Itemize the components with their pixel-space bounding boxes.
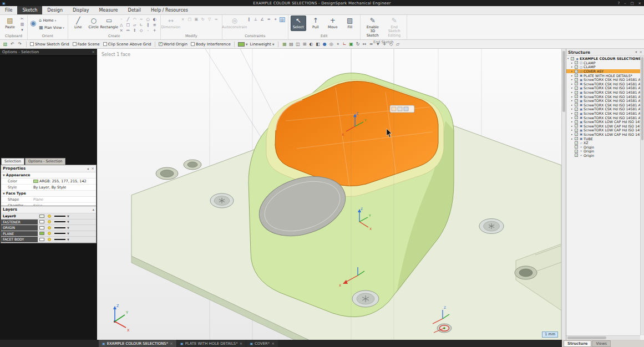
tree-visibility-checkbox[interactable]: ✓ [575,137,578,140]
modify-tool-icon[interactable]: □ [187,17,192,22]
sketch-tool-icon[interactable]: ◐ [152,17,158,22]
document-tab[interactable]: ▣ COVER* × [246,340,278,347]
layer-color-dropdown[interactable]: ▼ [238,42,248,47]
modify-tool-icon[interactable]: ↻ [200,17,206,22]
layer-linestyle-preview[interactable] [54,239,65,240]
panel-tab[interactable]: Structure [564,340,591,347]
sketch-tool-icon[interactable]: ↔ [125,28,131,33]
structure-tree-item[interactable]: ✓ ⌖ Origin [566,149,644,154]
toolbar-icon[interactable]: ▧ [2,42,8,47]
sketch-tool-icon[interactable]: + [152,28,158,33]
tree-visibility-checkbox[interactable]: ✓ [571,57,574,60]
torx-screw[interactable] [352,290,379,307]
ribbon-tab[interactable]: Help / Resources [146,6,193,14]
toolbar-icon[interactable]: ▤ [288,42,295,47]
structure-tree-item[interactable]: ▸ ✓ ◫ CLAMP [566,65,644,69]
toolbar-icon[interactable]: + [382,42,388,47]
sketch-tool-icon[interactable]: ▱ [132,23,138,28]
edit-tool-button[interactable]: ↖ Select [291,16,306,31]
panel-tab[interactable]: Views [592,340,611,347]
close-tab-icon[interactable]: × [170,341,173,346]
tree-visibility-checkbox[interactable]: ✓ [575,65,578,69]
toolbar-checkbox-option[interactable]: Clip Scene Above Grid [103,42,151,47]
chevron-down-icon[interactable]: ▼ [67,226,69,229]
sketch-tool-icon[interactable]: ∥ [145,23,151,28]
sketch-tool-icon[interactable]: ~ [139,17,144,22]
structure-tree-item[interactable]: ▸ ✓ ▣ ScrewTORX CSK Hd ISO 14581 A2 M2 5 [566,111,644,116]
toolbar-display-option[interactable]: Body Interference [191,42,231,47]
layer-row[interactable]: ORIGIN ▼ [1,225,96,231]
collapse-panel-icon[interactable]: ▴ [93,207,94,212]
layer-visibility-bulb-icon[interactable] [48,220,51,223]
properties-group-face-type[interactable]: ▼ Face Type [1,191,96,197]
3d-viewport[interactable]: Z Y X Z Y X X [97,49,561,340]
tree-visibility-checkbox[interactable]: ✓ [575,132,578,136]
clipboard-tool-icon[interactable]: ▾ [19,28,25,33]
constraint-tool-icon[interactable]: ∥ [246,17,252,22]
sketch-tool-icon[interactable]: ╱ [125,17,131,22]
toolbar-icon[interactable]: ⊞ [302,42,308,47]
close-tab-icon[interactable]: × [240,341,243,346]
clipboard-tool-icon[interactable]: ✂ [19,17,25,22]
toolbar-icon[interactable]: ↔ [362,42,368,47]
toolbar-icon[interactable]: ◐ [308,42,315,47]
layer-visibility-bulb-icon[interactable] [48,238,51,241]
structure-scrollbar-horizontal[interactable] [566,335,640,340]
sketch-tool-icon[interactable]: ○ [145,17,151,22]
dimension-button[interactable]: ↔ Dimension [163,16,179,31]
sketch-create-button[interactable]: ▭ Rectangle [102,16,117,31]
toolbar-icon[interactable]: ◧ [315,42,321,47]
orient-view-button[interactable]: ⌂ Home ▾ [38,17,65,23]
toolbar-checkbox-option[interactable]: Show Sketch Grid [30,42,69,47]
ribbon-tab[interactable]: Detail [123,6,146,14]
sketch-tool-icon[interactable]: ≡ [152,23,158,28]
tree-visibility-checkbox[interactable]: ✓ [575,124,578,127]
checkbox[interactable] [30,42,34,46]
constraint-tool-icon[interactable]: ◎ [280,17,285,22]
document-tab[interactable]: ▣ PLATE WITH HOLE DETAILS* × [177,340,246,347]
constraint-tool-icon[interactable]: ∠ [260,17,265,22]
constraint-tool-icon[interactable]: = [266,17,272,22]
minimize-button[interactable]: – [624,1,626,6]
toolbar-icon[interactable]: ▱ [395,42,401,47]
sketch-tool-icon[interactable]: △ [119,23,124,28]
constraint-tool-icon[interactable]: ⌖ [273,17,278,22]
structure-tree-item[interactable]: ▸ ✓ ▣ ScrewTORX LOW CAP Hd ISO 14580 M3 [566,120,644,124]
edit-tool-button[interactable]: ↑ Pull [308,16,323,31]
toolbar-icon[interactable]: ≡ [368,42,374,47]
structure-tree-item[interactable]: ▸ ✓ ▣ ScrewTORX LOW CAP Hd ISO 14580 M3 [566,128,644,132]
structure-tree-item[interactable]: ✓ ▱ XZ [566,141,644,145]
tree-visibility-checkbox[interactable]: ✓ [575,99,578,103]
sketch-tool-icon[interactable]: × [119,28,124,33]
edit-tool-button[interactable]: + Move [325,16,341,31]
end-sketch-button[interactable]: ✎ End Sketch Editing [384,16,404,39]
toolbar-icon[interactable]: ◫ [295,42,301,47]
layer-color-swatch[interactable] [39,220,44,223]
orient-view-button[interactable]: ▦ Plan View ▾ [38,24,65,30]
modify-tool-icon[interactable]: ≈ [214,17,219,22]
autoconstrain-button[interactable]: ◎ Autoconstrain [225,16,245,31]
checkbox[interactable] [73,42,77,46]
torx-screw[interactable] [210,193,234,208]
tree-visibility-checkbox[interactable]: ✓ [575,82,578,85]
layer-row[interactable]: FACET BODY ▼ [1,237,96,243]
layer-row[interactable]: FASTENER ▼ [1,220,96,226]
end-sketch-button[interactable]: ✎ Enable 3D Sketch [363,16,383,39]
layer-row[interactable]: PLANE ▼ [1,231,96,237]
property-row-color[interactable]: Color ARGB: 255, 177, 215, 142 [1,178,96,185]
sketch-tool-icon[interactable]: ↕ [132,28,138,33]
sketch-create-button[interactable]: ╱ Line [70,16,86,31]
layer-linestyle-preview[interactable] [54,227,65,228]
sketch-tool-icon[interactable]: ◠ [132,17,138,22]
panel-header-icon[interactable]: ▾ [635,50,637,54]
toolbar-icon[interactable]: ⌖ [335,42,341,47]
sketch-tool-icon[interactable]: □ [125,23,131,28]
edit-tool-button[interactable]: ▨ Fill [342,16,358,31]
tree-visibility-checkbox[interactable]: ✓ [575,145,578,149]
layer-color-swatch[interactable] [39,238,44,241]
panel-header-icon[interactable]: × [640,50,642,54]
tree-visibility-checkbox[interactable]: ✓ [575,154,578,157]
constraint-tool-icon[interactable]: ⊥ [253,17,258,22]
chevron-down-icon[interactable]: ▼ [67,232,69,235]
close-tab-icon[interactable]: × [271,341,275,346]
